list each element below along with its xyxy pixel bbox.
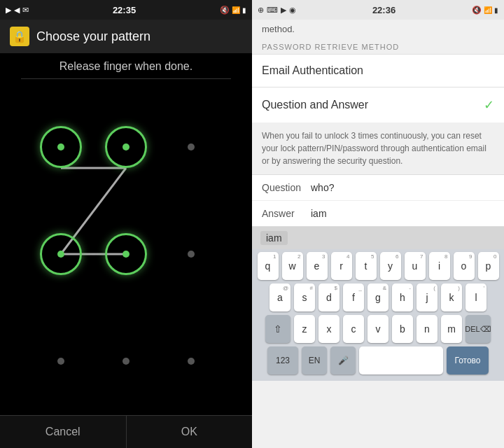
key-w[interactable]: 2w xyxy=(282,252,303,280)
keyboard-row-1: 1q 2w 3e 4r 5t 6y 7u 8i 9o 0p xyxy=(254,252,502,280)
status-bar-left: ▶ ◀ ✉ 22:35 🔇 📶 ▮ xyxy=(0,0,252,20)
keyboard-row-3: ⇧ z x c v b n m DEL⌫ xyxy=(254,315,502,343)
pattern-dot-6[interactable] xyxy=(40,340,82,382)
key-z[interactable]: z xyxy=(294,315,315,343)
space-key[interactable] xyxy=(359,346,443,374)
signal-icon: 📶 xyxy=(232,6,240,14)
shift-key[interactable]: ⇧ xyxy=(265,315,290,343)
pattern-dot-4[interactable] xyxy=(105,233,147,275)
mute-icon: 🔇 xyxy=(220,6,230,15)
left-time: 22:35 xyxy=(113,5,136,15)
key-j[interactable]: (j xyxy=(416,284,438,312)
answer-label: Answer xyxy=(262,208,311,219)
right-time: 22:36 xyxy=(372,5,396,15)
mail-icon: ✉ xyxy=(22,6,29,15)
left-panel: ▶ ◀ ✉ 22:35 🔇 📶 ▮ 🔒 Choose your pattern … xyxy=(0,0,252,448)
cancel-button[interactable]: Cancel xyxy=(0,416,127,448)
pattern-dot-3[interactable] xyxy=(40,233,82,275)
right-right-icons: 🔇 📶 ▮ xyxy=(472,6,498,15)
language-key[interactable]: EN xyxy=(302,346,327,374)
delete-key[interactable]: DEL⌫ xyxy=(465,315,491,343)
question-value: who? xyxy=(311,182,494,193)
key-r[interactable]: 4r xyxy=(331,252,352,280)
section-label: PASSWORD RETRIEVE METHOD xyxy=(252,37,504,54)
top-method-text: method. xyxy=(252,20,504,37)
key-c[interactable]: c xyxy=(343,315,364,343)
key-e[interactable]: 3e xyxy=(307,252,328,280)
right-scroll-content: method. PASSWORD RETRIEVE METHOD Email A… xyxy=(252,20,504,448)
key-t[interactable]: 5t xyxy=(356,252,377,280)
pattern-dot-1[interactable] xyxy=(105,126,147,168)
key-u[interactable]: 7u xyxy=(405,252,426,280)
answer-value: iam xyxy=(311,208,494,219)
left-right-icons: 🔇 📶 ▮ xyxy=(220,6,246,15)
right-battery-icon: ▮ xyxy=(494,6,498,14)
right-left-icons: ⊕ ⌨ ▶ ◉ xyxy=(258,6,296,15)
email-auth-label: Email Authentication xyxy=(262,64,363,77)
divider xyxy=(21,78,231,79)
keyboard-row-4: 123 EN 🎤 Готово xyxy=(254,346,502,374)
pattern-dot-8[interactable] xyxy=(170,340,212,382)
key-s[interactable]: #s xyxy=(294,284,315,312)
question-label: Question xyxy=(262,182,311,193)
key-a[interactable]: @a xyxy=(270,284,290,312)
circle-icon: ◉ xyxy=(289,6,296,15)
key-b[interactable]: b xyxy=(392,315,413,343)
pattern-dot-5[interactable] xyxy=(170,233,212,275)
instruction-text: Release finger when done. xyxy=(59,60,192,73)
ok-button[interactable]: OK xyxy=(127,416,253,448)
key-h[interactable]: -h xyxy=(392,284,413,312)
qa-box: Question who? Answer iam xyxy=(252,174,504,227)
keyboard-icon: ⌨ xyxy=(267,6,278,15)
key-v[interactable]: v xyxy=(368,315,388,343)
pattern-dot-7[interactable] xyxy=(105,340,147,382)
key-m[interactable]: m xyxy=(441,315,462,343)
plus-icon: ⊕ xyxy=(258,6,264,15)
key-d[interactable]: $d xyxy=(318,284,340,312)
key-o[interactable]: 9o xyxy=(454,252,475,280)
suggestion-word[interactable]: iam xyxy=(260,231,288,245)
play-icon-right: ▶ xyxy=(281,6,286,15)
key-q[interactable]: 1q xyxy=(258,252,279,280)
answer-row[interactable]: Answer iam xyxy=(252,201,504,226)
left-status-icons: ▶ ◀ ✉ xyxy=(6,6,29,15)
key-p[interactable]: 0p xyxy=(478,252,499,280)
pattern-dot-2[interactable] xyxy=(170,126,212,168)
status-bar-right: ⊕ ⌨ ▶ ◉ 22:36 🔇 📶 ▮ xyxy=(252,0,504,20)
key-k[interactable]: )k xyxy=(441,284,462,312)
keyboard[interactable]: 1q 2w 3e 4r 5t 6y 7u 8i 9o 0p @a #s $d _… xyxy=(252,249,504,381)
info-text: When you fail to unlock 3 times continuo… xyxy=(252,122,504,174)
left-content: Release finger when done. xyxy=(0,53,252,448)
right-signal-icon: 📶 xyxy=(484,6,492,14)
back-icon: ◀ xyxy=(14,6,20,15)
qa-label-method: Question and Answer xyxy=(262,99,368,111)
key-g[interactable]: &g xyxy=(368,284,388,312)
pattern-grid[interactable] xyxy=(28,93,224,415)
play-icon: ▶ xyxy=(6,6,11,15)
right-panel: ⊕ ⌨ ▶ ◉ 22:36 🔇 📶 ▮ method. PASSWORD RET… xyxy=(252,0,504,448)
method-qa[interactable]: Question and Answer ✓ xyxy=(252,87,504,122)
suggestion-bar[interactable]: iam xyxy=(252,227,504,249)
right-mute-icon: 🔇 xyxy=(472,6,482,15)
pattern-dot-0[interactable] xyxy=(40,126,82,168)
method-email[interactable]: Email Authentication xyxy=(252,54,504,87)
left-header: 🔒 Choose your pattern xyxy=(0,20,252,53)
check-icon: ✓ xyxy=(484,97,494,113)
done-key[interactable]: Готово xyxy=(447,346,489,374)
left-header-title: Choose your pattern xyxy=(36,29,150,44)
key-f[interactable]: _f xyxy=(343,284,364,312)
key-n[interactable]: n xyxy=(416,315,438,343)
key-x[interactable]: x xyxy=(318,315,340,343)
battery-icon: ▮ xyxy=(242,6,246,14)
keyboard-row-2: @a #s $d _f &g -h (j )k 'l xyxy=(254,284,502,312)
key-i[interactable]: 8i xyxy=(429,252,450,280)
numbers-key[interactable]: 123 xyxy=(267,346,298,374)
key-y[interactable]: 6y xyxy=(380,252,401,280)
left-buttons[interactable]: Cancel OK xyxy=(0,415,252,448)
key-l[interactable]: 'l xyxy=(465,284,486,312)
app-icon: 🔒 xyxy=(10,27,29,46)
microphone-key[interactable]: 🎤 xyxy=(330,346,356,374)
question-row[interactable]: Question who? xyxy=(252,175,504,201)
